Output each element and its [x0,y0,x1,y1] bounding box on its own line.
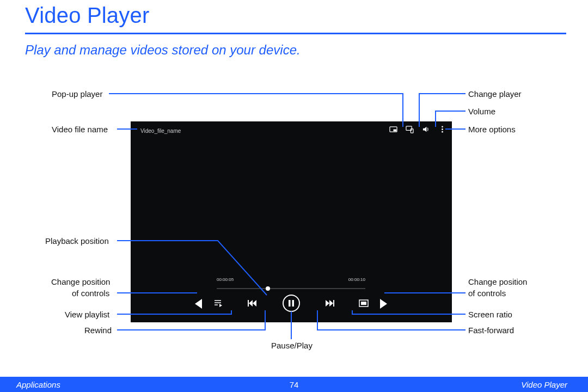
svg-rect-11 [289,300,291,307]
callout-filename: Video file name [52,125,108,134]
callout-popup-player: Pop-up player [52,89,102,99]
volume-icon[interactable] [422,125,430,133]
callout-pause-play: Pause/Play [271,341,313,350]
callout-more-options: More options [468,125,516,134]
playback-controls: 00:00:05 00:00:10 [213,289,369,312]
progress-knob[interactable] [266,286,270,291]
svg-point-5 [442,128,443,130]
page-footer: Applications 74 Video Player [0,377,588,392]
pause-play-button[interactable] [283,295,300,312]
screen-ratio-icon[interactable] [359,298,369,308]
page-subtitle: Play and manage videos stored on your de… [25,42,301,58]
callout-change-position-left-2: of controls [72,289,109,298]
callout-change-position-left-1: Change position [51,277,110,286]
callout-change-player: Change player [468,89,522,99]
svg-point-4 [442,126,443,127]
callout-change-position-right-2: of controls [468,289,506,298]
svg-rect-1 [394,130,397,132]
callout-screen-ratio: Screen ratio [468,310,512,319]
svg-rect-12 [292,300,294,307]
change-player-icon[interactable] [406,125,414,133]
svg-rect-15 [361,302,366,305]
time-total: 00:00:10 [348,277,365,282]
rewind-icon[interactable] [248,298,258,308]
video-filename-label: Video_file_name [140,128,181,134]
progress-bar[interactable] [217,288,365,289]
move-controls-left-icon[interactable] [195,299,202,309]
footer-page-number: 74 [0,380,588,389]
svg-rect-10 [248,300,249,307]
callout-playback-position: Playback position [45,236,109,246]
more-options-icon[interactable] [438,125,446,133]
move-controls-right-icon[interactable] [380,299,387,309]
callout-change-position-right-1: Change position [468,277,527,286]
callout-fast-forward: Fast-forward [468,326,514,335]
title-divider [25,33,566,34]
popup-player-icon[interactable] [389,125,397,133]
svg-rect-13 [333,300,334,307]
manual-page: Video Player Play and manage videos stor… [0,0,588,392]
page-title: Video Player [25,3,149,28]
callout-volume: Volume [468,107,495,116]
video-player-screenshot: Video_file_name 00:00:05 00:00:10 [131,121,452,322]
callout-view-playlist: View playlist [65,310,109,319]
svg-point-6 [442,131,443,133]
fast-forward-icon[interactable] [324,298,334,308]
callout-rewind: Rewind [84,326,112,335]
time-elapsed: 00:00:05 [217,277,234,282]
view-playlist-icon[interactable] [213,298,223,308]
